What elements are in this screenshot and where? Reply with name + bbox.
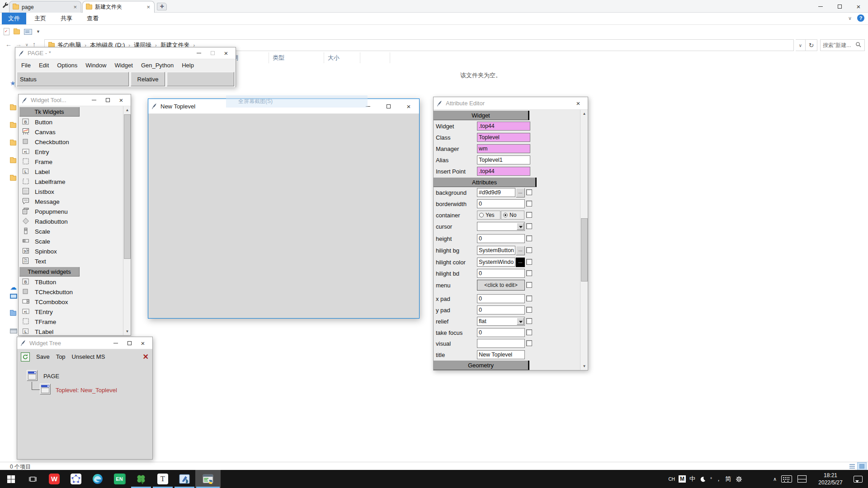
- toolbox-scrollbar[interactable]: ▲ ▼: [123, 106, 131, 335]
- column-header[interactable]: 大小: [324, 52, 360, 63]
- taskbar-edge-icon[interactable]: [87, 470, 108, 488]
- column-header[interactable]: 类型: [269, 52, 324, 63]
- cloud-icon[interactable]: ☁: [10, 283, 17, 291]
- taskbar-clock[interactable]: 18:212022/5/27: [814, 472, 847, 486]
- tree-node-page[interactable]: PAGE: [43, 373, 59, 380]
- radio-icon[interactable]: [479, 213, 484, 217]
- attr-value-field[interactable]: [477, 222, 525, 231]
- scrollbar-thumb[interactable]: [124, 114, 131, 259]
- page-menu-edit[interactable]: Edit: [35, 62, 53, 69]
- radio-yes[interactable]: Yes: [477, 211, 500, 220]
- scroll-up-icon[interactable]: ▲: [123, 106, 131, 114]
- attr-value-field[interactable]: .top44: [477, 167, 530, 176]
- explorer-menu-item[interactable]: 共享: [54, 13, 79, 24]
- page-menu-help[interactable]: Help: [178, 62, 198, 69]
- properties-icon[interactable]: [4, 28, 9, 35]
- attr-checkbox[interactable]: [526, 212, 532, 218]
- folder-blue-icon[interactable]: [10, 311, 16, 316]
- toolbox-item-label[interactable]: LLabel: [19, 167, 123, 177]
- close-button[interactable]: ×: [401, 99, 416, 113]
- delete-icon[interactable]: ✕: [143, 352, 149, 361]
- toolbox-item-tframe[interactable]: TFrame: [19, 317, 123, 327]
- ime-indicator[interactable]: CH: [668, 477, 675, 482]
- scroll-down-icon[interactable]: ▼: [123, 328, 131, 335]
- color-picker-button[interactable]: ...: [516, 246, 525, 255]
- toolbox-item-tbutton[interactable]: BTButton: [19, 277, 123, 287]
- ime-indicator[interactable]: 中: [689, 475, 695, 483]
- attr-value-field[interactable]: 0: [477, 328, 525, 337]
- attr-checkbox[interactable]: [526, 307, 532, 313]
- attr-checkbox[interactable]: [526, 259, 532, 265]
- toolbox-item-entry[interactable]: e|Entry: [19, 147, 123, 157]
- taskbar-start-icon[interactable]: [0, 470, 22, 488]
- toolbox-item-radiobutton[interactable]: Radiobutton: [19, 216, 123, 226]
- toolbox-item-button[interactable]: BButton: [19, 117, 123, 127]
- attr-checkbox[interactable]: [526, 247, 532, 253]
- gear-icon[interactable]: [736, 476, 742, 483]
- section-header-widget[interactable]: Widget: [434, 111, 529, 120]
- taskbar-page-launcher-icon[interactable]: [174, 470, 195, 488]
- wrench-icon[interactable]: [2, 2, 9, 10]
- snap-layout-icon[interactable]: [797, 475, 807, 483]
- help-icon[interactable]: ?: [857, 14, 864, 22]
- toolbox-item-tentry[interactable]: e|TEntry: [19, 307, 123, 317]
- search-box[interactable]: [820, 39, 865, 51]
- attr-value-field[interactable]: SystemWindo: [477, 258, 515, 267]
- attr-checkbox[interactable]: [526, 329, 532, 335]
- column-header[interactable]: [360, 52, 390, 63]
- refresh-icon[interactable]: [21, 352, 30, 361]
- attr-checkbox[interactable]: [526, 296, 532, 301]
- attr-checkbox[interactable]: [526, 201, 532, 206]
- attr-value-field[interactable]: .top44: [477, 122, 530, 131]
- folder-icon[interactable]: [10, 123, 16, 128]
- explorer-menu-item[interactable]: 主页: [28, 13, 52, 24]
- history-dropdown-icon[interactable]: ∨: [25, 42, 28, 47]
- maximize-button[interactable]: [206, 47, 219, 59]
- explorer-tab[interactable]: 新建文件夹×: [82, 1, 155, 13]
- toolbox-titlebar[interactable]: Widget Tool... ×: [19, 94, 131, 106]
- tree-node-toplevel[interactable]: Toplevel: New_Toplevel: [56, 387, 117, 394]
- toolbox-item-checkbutton[interactable]: Checkbutton: [19, 137, 123, 147]
- attr-checkbox[interactable]: [526, 318, 532, 324]
- moon-icon[interactable]: [700, 476, 706, 482]
- rename-icon[interactable]: [24, 29, 32, 35]
- folder-icon[interactable]: [10, 105, 16, 110]
- back-button[interactable]: ←: [5, 41, 12, 48]
- dropdown-icon[interactable]: [517, 318, 524, 325]
- page-menu-window[interactable]: Window: [81, 62, 110, 69]
- monitor-icon[interactable]: [10, 294, 17, 299]
- color-picker-button[interactable]: ...: [516, 188, 525, 197]
- attr-checkbox[interactable]: [526, 270, 532, 276]
- taskbar-clover-icon[interactable]: [130, 470, 152, 488]
- scroll-down-icon[interactable]: ▼: [580, 362, 588, 370]
- ime-indicator[interactable]: °: [710, 477, 712, 482]
- close-button[interactable]: ×: [114, 94, 128, 106]
- toolbox-item-listbox[interactable]: Listbox: [19, 187, 123, 197]
- window-node-icon[interactable]: [27, 370, 38, 381]
- page-menu-widget[interactable]: Widget: [110, 62, 137, 69]
- page-menu-gen_python[interactable]: Gen_Python: [137, 62, 178, 69]
- attr-value-field[interactable]: [477, 339, 525, 348]
- folder-icon[interactable]: [10, 141, 16, 145]
- unselect-ms-button[interactable]: Unselect MS: [72, 353, 105, 360]
- relative-button[interactable]: Relative: [131, 72, 165, 86]
- page-menu-file[interactable]: File: [17, 62, 35, 69]
- attr-checkbox[interactable]: [526, 189, 532, 195]
- address-dropdown-icon[interactable]: ∨: [796, 39, 806, 51]
- toolbar-dropdown-icon[interactable]: ▼: [36, 29, 40, 34]
- ribbon-collapse-icon[interactable]: ∨: [848, 15, 852, 21]
- attr-checkbox[interactable]: [526, 340, 532, 346]
- toolbox-item-frame[interactable]: Frame: [19, 157, 123, 167]
- details-view-icon[interactable]: [847, 462, 857, 470]
- toolbox-item-scale[interactable]: Scale: [19, 236, 123, 246]
- notification-icon[interactable]: [854, 476, 863, 483]
- search-input[interactable]: [823, 42, 855, 48]
- toolbox-item-canvas[interactable]: Canvas: [19, 127, 123, 137]
- taskbar-typora-icon[interactable]: T: [152, 470, 174, 488]
- attr-value-field[interactable]: Toplevel1: [477, 155, 530, 164]
- ime-indicator[interactable]: ，: [716, 475, 722, 483]
- attr-value-field[interactable]: 0: [477, 305, 525, 314]
- ime-mode-icon[interactable]: M: [679, 475, 686, 483]
- toolbox-item-tlabel[interactable]: LTLabel: [19, 327, 123, 335]
- attr-value-field[interactable]: wm: [477, 144, 530, 153]
